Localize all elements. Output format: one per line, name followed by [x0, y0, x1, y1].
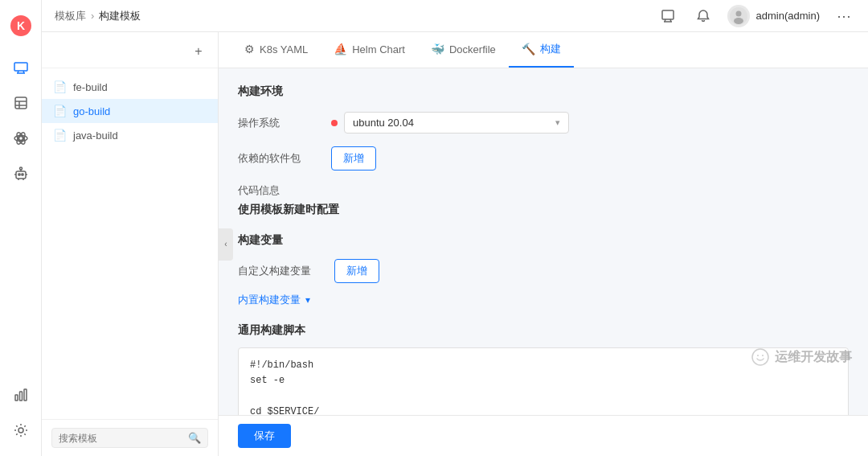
template-item-fe-build[interactable]: 📄 fe-build — [42, 75, 218, 99]
code-info-section: 代码信息 使用模板新建时配置 — [238, 183, 849, 217]
svg-rect-24 — [19, 392, 22, 401]
template-file-icon-active: 📄 — [53, 105, 67, 117]
template-item-java-build[interactable]: 📄 java-build — [42, 123, 218, 147]
user-avatar — [727, 5, 750, 27]
tab-dockerfile-label: Dockerfile — [449, 43, 496, 55]
tab-helm-chart[interactable]: ⛵ Helm Chart — [321, 33, 418, 67]
svg-rect-2 — [14, 63, 27, 71]
left-panel: + 📄 fe-build 📄 go-build 📄 java-build — [42, 32, 219, 456]
sidebar-icons: K — [0, 0, 42, 456]
svg-point-10 — [18, 137, 23, 141]
svg-rect-27 — [662, 10, 674, 19]
build-var-section: 构建变量 自定义构建变量 新增 内置构建变量 ▾ — [238, 233, 849, 307]
tab-k8s-yaml-label: K8s YAML — [260, 43, 308, 55]
template-label-active: go-build — [73, 105, 110, 117]
app-logo: K — [5, 10, 37, 42]
custom-var-row: 自定义构建变量 新增 — [238, 259, 849, 283]
main-area: 模板库 › 构建模板 admin(admin) ⋯ + — [42, 0, 868, 456]
content-area: + 📄 fe-build 📄 go-build 📄 java-build — [42, 32, 868, 456]
code-editor[interactable]: #!/bin/bash set -e cd $SERVICE/ # 镜像打包 d… — [238, 347, 849, 415]
code-info-bold: 使用模板新建时配置 — [238, 203, 849, 217]
top-header: 模板库 › 构建模板 admin(admin) ⋯ — [42, 0, 868, 32]
build-icon: 🔨 — [522, 43, 535, 55]
os-row: 操作系统 ubuntu 20.04 ▾ — [238, 112, 849, 134]
right-content: 构建环境 操作系统 ubuntu 20.04 ▾ — [219, 68, 868, 415]
right-wrapper: ⚙ K8s YAML ⛵ Helm Chart 🐳 Dockerfile 🔨 构… — [219, 32, 868, 456]
os-label: 操作系统 — [238, 116, 318, 130]
svg-rect-25 — [24, 389, 27, 401]
collapse-icon: ‹ — [224, 240, 227, 249]
search-icon: 🔍 — [188, 432, 201, 444]
os-select-wrapper: ubuntu 20.04 ▾ — [331, 112, 569, 134]
svg-rect-6 — [15, 97, 27, 109]
builtin-toggle[interactable]: 内置构建变量 ▾ — [238, 293, 849, 307]
script-section: 通用构建脚本 #!/bin/bash set -e cd $SERVICE/ #… — [238, 323, 849, 415]
template-file-icon-java: 📄 — [53, 129, 67, 142]
breadcrumb-sep: › — [91, 10, 94, 22]
collapse-panel-button[interactable]: ‹ — [219, 228, 233, 261]
tab-build-label: 构建 — [540, 42, 561, 56]
sidebar-item-atom[interactable] — [5, 122, 37, 154]
svg-point-33 — [734, 18, 743, 24]
build-env-title: 构建环境 — [238, 84, 849, 99]
code-line-1: #!/bin/bash — [250, 358, 837, 373]
sidebar-item-chart[interactable] — [5, 379, 37, 411]
sidebar-item-monitor[interactable] — [5, 51, 37, 84]
helm-chart-icon: ⛵ — [334, 43, 347, 55]
script-title: 通用构建脚本 — [238, 323, 849, 338]
build-var-title: 构建变量 — [238, 233, 849, 248]
template-label-java: java-build — [73, 129, 118, 142]
svg-rect-15 — [18, 174, 20, 175]
header-user[interactable]: admin(admin) — [727, 5, 820, 27]
required-dot — [331, 120, 338, 126]
tab-dockerfile[interactable]: 🐳 Dockerfile — [418, 33, 509, 67]
save-area: 保存 — [219, 415, 868, 456]
svg-text:K: K — [16, 19, 24, 32]
bell-icon[interactable] — [692, 5, 714, 27]
builtin-var-label: 内置构建变量 — [238, 293, 301, 307]
breadcrumb-parent[interactable]: 模板库 — [55, 9, 86, 23]
tabs-bar: ⚙ K8s YAML ⛵ Helm Chart 🐳 Dockerfile 🔨 构… — [219, 32, 868, 68]
content-inner: 构建环境 操作系统 ubuntu 20.04 ▾ — [219, 68, 868, 415]
add-deps-button[interactable]: 新增 — [331, 146, 376, 170]
sidebar-item-list[interactable] — [5, 87, 37, 119]
code-info-label: 代码信息 — [238, 183, 849, 198]
svg-point-26 — [18, 428, 23, 433]
sidebar-item-robot[interactable] — [5, 158, 37, 190]
tab-build[interactable]: 🔨 构建 — [509, 32, 574, 68]
code-line-2: set -e — [250, 373, 837, 388]
svg-rect-23 — [15, 395, 18, 401]
svg-point-18 — [19, 167, 22, 170]
deps-label: 依赖的软件包 — [238, 151, 318, 166]
svg-rect-16 — [22, 174, 23, 175]
os-select-value: ubuntu 20.04 — [353, 117, 414, 129]
screen-icon[interactable] — [657, 5, 679, 27]
user-name: admin(admin) — [756, 10, 820, 22]
select-arrow-icon: ▾ — [555, 117, 560, 128]
template-label: fe-build — [73, 81, 108, 93]
left-panel-header: + — [42, 32, 218, 68]
code-line-4: cd $SERVICE/ — [250, 405, 837, 415]
template-item-go-build[interactable]: 📄 go-build — [42, 99, 218, 123]
save-button[interactable]: 保存 — [238, 424, 291, 448]
search-input[interactable] — [59, 433, 183, 444]
search-box: 🔍 — [51, 428, 208, 448]
tab-k8s-yaml[interactable]: ⚙ K8s YAML — [231, 33, 321, 67]
custom-var-label: 自定义构建变量 — [238, 264, 326, 278]
dockerfile-icon: 🐳 — [431, 43, 444, 55]
header-actions: admin(admin) ⋯ — [657, 5, 855, 27]
tab-helm-chart-label: Helm Chart — [352, 43, 405, 55]
deps-row: 依赖的软件包 新增 — [238, 146, 849, 170]
toggle-icon: ▾ — [305, 294, 310, 306]
add-template-button[interactable]: + — [189, 42, 208, 61]
more-icon[interactable]: ⋯ — [833, 5, 855, 27]
os-select[interactable]: ubuntu 20.04 ▾ — [344, 112, 569, 134]
breadcrumb: 模板库 › 构建模板 — [55, 9, 141, 23]
k8s-yaml-icon: ⚙ — [244, 43, 255, 55]
sidebar-item-gear[interactable] — [5, 414, 37, 446]
template-file-icon: 📄 — [53, 80, 67, 93]
left-panel-footer: 🔍 — [42, 419, 218, 456]
add-custom-var-button[interactable]: 新增 — [334, 259, 379, 283]
svg-rect-14 — [16, 171, 26, 179]
breadcrumb-current: 构建模板 — [99, 9, 141, 23]
